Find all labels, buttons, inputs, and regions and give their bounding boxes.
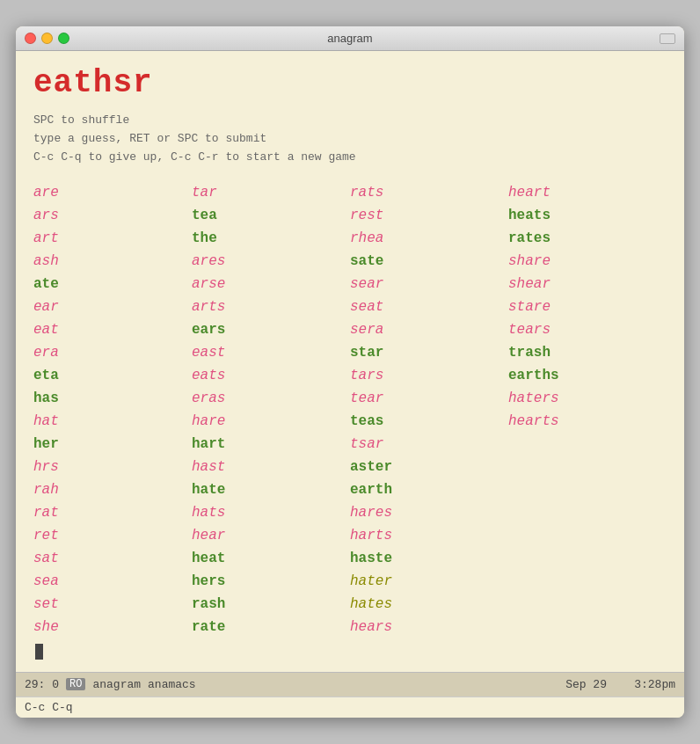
list-item: eat (33, 318, 192, 341)
list-item: haste (350, 547, 508, 570)
status-time: 3:28pm (634, 678, 675, 691)
list-item: tears (508, 318, 667, 341)
list-item: tar (192, 181, 350, 204)
list-item: rash (192, 593, 350, 616)
list-item: stare (508, 295, 667, 318)
list-item: ash (33, 250, 192, 273)
list-item: haters (508, 387, 667, 410)
list-item: eats (192, 364, 350, 387)
list-item: ret (33, 524, 192, 547)
list-item: aster (350, 456, 508, 478)
list-item: are (33, 181, 192, 204)
words-grid: arearsartashateeareateraetahashatherhrsr… (33, 181, 667, 638)
list-item: has (33, 387, 192, 410)
list-item: seat (350, 295, 508, 318)
list-item: eta (33, 364, 192, 387)
list-item: rah (33, 478, 192, 501)
word-column-3: ratsrestrheasatesearseatserastartarstear… (350, 181, 508, 638)
list-item: sear (350, 273, 508, 295)
resize-button[interactable] (660, 33, 675, 44)
list-item: hates (350, 593, 508, 616)
list-item: arse (192, 273, 350, 295)
list-item: hrs (33, 456, 192, 478)
list-item: hearts (508, 410, 667, 433)
window-title: anagram (327, 32, 372, 45)
list-item: star (350, 341, 508, 364)
anagram-word: eathsr (33, 65, 667, 101)
list-item: heart (508, 181, 667, 204)
status-extra: anamacs (148, 678, 196, 691)
list-item: harts (350, 524, 508, 547)
main-content: eathsr SPC to shuffle type a guess, RET … (16, 51, 684, 671)
instruction-line3: C-c C-q to give up, C-c C-r to start a n… (33, 149, 667, 167)
list-item: shear (508, 273, 667, 295)
list-item: art (33, 227, 192, 250)
status-position: 29: 0 (25, 678, 59, 691)
statusbar: 29: 0 RO anagram anamacs Sep 29 3:28pm (16, 672, 684, 697)
list-item: hears (350, 616, 508, 638)
word-column-2: tarteathearesarseartsearseasteatserashar… (192, 181, 350, 638)
status-date: Sep 29 (565, 678, 607, 691)
list-item: hear (192, 524, 350, 547)
instructions: SPC to shuffle type a guess, RET or SPC … (33, 112, 667, 166)
list-item: hers (192, 570, 350, 593)
list-item: sate (350, 250, 508, 273)
list-item: hast (192, 456, 350, 478)
list-item: heat (192, 547, 350, 570)
status-buffer: anagram (92, 678, 141, 691)
main-window: anagram eathsr SPC to shuffle type a gue… (16, 26, 684, 717)
status-mode: RO (66, 678, 85, 690)
close-button[interactable] (25, 33, 36, 44)
list-item: earths (508, 364, 667, 387)
list-item: heats (508, 204, 667, 227)
list-item: set (33, 593, 192, 616)
list-item: tea (192, 204, 350, 227)
list-item: tear (350, 387, 508, 410)
list-item: her (33, 433, 192, 456)
list-item: ear (33, 295, 192, 318)
list-item: hate (192, 478, 350, 501)
list-item: hats (192, 501, 350, 524)
titlebar: anagram (16, 26, 684, 51)
instruction-line2: type a guess, RET or SPC to submit (33, 130, 667, 149)
list-item: earth (350, 478, 508, 501)
list-item: sera (350, 318, 508, 341)
list-item: ate (33, 273, 192, 295)
list-item: era (33, 341, 192, 364)
instruction-line1: SPC to shuffle (33, 112, 667, 130)
list-item: hater (350, 570, 508, 593)
status-left: 29: 0 RO anagram anamacs (25, 678, 196, 691)
list-item: east (192, 341, 350, 364)
list-item: tsar (350, 433, 508, 456)
list-item: sea (33, 570, 192, 593)
list-item: rest (350, 204, 508, 227)
list-item: sat (33, 547, 192, 570)
status-right: Sep 29 3:28pm (565, 678, 675, 691)
list-item: the (192, 227, 350, 250)
minibuffer-text: C-c C-q (25, 701, 73, 714)
list-item: rat (33, 501, 192, 524)
list-item: rhea (350, 227, 508, 250)
list-item: ears (192, 318, 350, 341)
list-item: share (508, 250, 667, 273)
list-item: she (33, 616, 192, 638)
minibuffer[interactable]: C-c C-q (16, 697, 684, 718)
word-column-4: heartheatsratesshareshearstaretearstrash… (508, 181, 667, 638)
list-item: trash (508, 341, 667, 364)
list-item: hat (33, 410, 192, 433)
list-item: rate (192, 616, 350, 638)
list-item: rats (350, 181, 508, 204)
list-item: tars (350, 364, 508, 387)
list-item: hares (350, 501, 508, 524)
traffic-lights (25, 33, 69, 44)
list-item: hare (192, 410, 350, 433)
text-cursor (35, 644, 43, 660)
minimize-button[interactable] (41, 33, 53, 44)
maximize-button[interactable] (58, 33, 69, 44)
list-item: ars (33, 204, 192, 227)
word-column-1: arearsartashateeareateraetahashatherhrsr… (33, 181, 192, 638)
list-item: hart (192, 433, 350, 456)
list-item: teas (350, 410, 508, 433)
cursor-line[interactable] (33, 638, 667, 665)
list-item: rates (508, 227, 667, 250)
